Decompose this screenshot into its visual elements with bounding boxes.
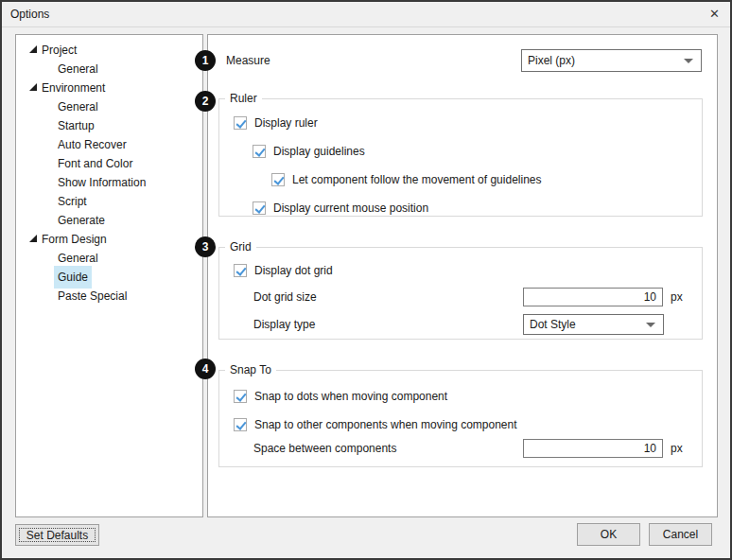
checkbox-label: Snap to dots when moving component [254,390,447,403]
tree-item-label: Startup [58,116,95,135]
tree-item-label: Show Information [58,173,146,192]
close-icon[interactable]: ✕ [709,7,720,21]
measure-label: Measure [226,54,270,67]
tree-item-label: Auto Recover [58,135,127,154]
tree-expander-icon[interactable] [29,83,37,91]
display-mouse-position-row[interactable]: Display current mouse position [253,199,428,218]
tree-item-label: General [58,60,98,79]
display-dot-grid-row[interactable]: Display dot grid [234,261,333,280]
space-between-components-label: Space between components [253,439,396,458]
tree-item-label: Font and Color [58,154,132,173]
checkbox-label: Display ruler [254,116,318,130]
chevron-down-icon [684,59,693,63]
tree-item-project-general[interactable]: General [17,60,201,79]
tree-item-label: Form Design [42,230,107,249]
tree-item-label: Environment [42,79,105,97]
chevron-down-icon [646,323,655,327]
tree-item-generate[interactable]: Generate [17,211,201,230]
checkbox-display-ruler[interactable] [234,116,247,130]
tree-item-label: Script [58,192,87,211]
checkbox-snap-to-components[interactable] [234,418,247,431]
checkbox-component-follow-guidelines[interactable] [271,173,285,186]
tree-expander-icon[interactable] [29,235,37,242]
settings-content: Measure Pixel (px) Ruler Display ruler D… [207,34,718,517]
snap-to-group-legend: Snap To [225,363,276,377]
tree-item-label: Project [42,41,77,60]
ruler-group-legend: Ruler [225,92,262,106]
dot-grid-size-unit: px [671,288,683,306]
step-badge-4: 4 [195,359,216,379]
tree-item-guide[interactable]: Guide [17,268,201,287]
tree-item-label: Paste Special [58,287,127,306]
tree-item-auto-recover[interactable]: Auto Recover [17,135,201,154]
ok-button[interactable]: OK [577,523,640,546]
tree-item-paste-special[interactable]: Paste Special [17,287,201,306]
measure-selected-value: Pixel (px) [528,54,575,67]
set-defaults-button[interactable]: Set Defaults [15,524,99,546]
tree-item-label: General [58,97,98,116]
ruler-group: Ruler Display ruler Display guidelines L… [218,98,703,217]
checkbox-label: Display dot grid [254,264,333,277]
step-badge-1: 1 [195,50,216,71]
display-type-selected-value: Dot Style [530,318,576,331]
tree-expander-icon[interactable] [29,45,37,53]
space-between-components-input[interactable] [523,439,663,458]
display-type-select[interactable]: Dot Style [523,314,664,335]
checkbox-label: Snap to other components when moving com… [254,418,517,431]
display-ruler-row[interactable]: Display ruler [234,114,318,132]
component-follow-guidelines-row[interactable]: Let component follow the movement of gui… [271,170,542,189]
display-guidelines-row[interactable]: Display guidelines [253,142,365,161]
space-between-components-unit: px [671,439,683,458]
tree-item-label: General [58,249,98,268]
cancel-button[interactable]: Cancel [649,523,712,546]
tree-item-form-design-general[interactable]: General [17,249,201,268]
measure-row: Measure [226,49,270,72]
checkbox-display-dot-grid[interactable] [234,264,247,277]
tree-item-label: Generate [58,211,105,230]
tree-item-label-selected: Guide [54,266,92,289]
tree-item-script[interactable]: Script [17,192,201,211]
measure-select[interactable]: Pixel (px) [521,49,702,72]
grid-group: Grid Display dot grid Dot grid size px D… [218,247,703,340]
checkbox-display-guidelines[interactable] [253,145,266,158]
step-badge-3: 3 [195,236,216,257]
tree-item-startup[interactable]: Startup [17,116,201,135]
checkbox-label: Let component follow the movement of gui… [292,173,542,186]
checkbox-snap-to-dots[interactable] [234,390,247,403]
title-bar[interactable]: Options ✕ [2,2,730,27]
settings-tree: Project General Environment General Star… [15,34,203,517]
snap-to-group: Snap To Snap to dots when moving compone… [218,370,703,467]
grid-group-legend: Grid [225,240,256,254]
dot-grid-size-input[interactable] [523,288,663,306]
options-dialog: Options ✕ Project General Environment Ge… [0,0,732,560]
tree-item-environment-general[interactable]: General [17,97,201,116]
checkbox-display-mouse-position[interactable] [253,201,266,215]
tree-item-font-and-color[interactable]: Font and Color [17,154,201,173]
dot-grid-size-label: Dot grid size [253,288,317,306]
checkbox-label: Display current mouse position [273,201,428,215]
display-type-label: Display type [253,315,315,334]
tree-item-show-information[interactable]: Show Information [17,173,201,192]
snap-to-dots-row[interactable]: Snap to dots when moving component [234,387,447,406]
window-title: Options [10,8,49,21]
checkbox-label: Display guidelines [273,145,365,158]
step-badge-2: 2 [195,91,216,112]
tree-item-environment[interactable]: Environment [17,79,201,97]
snap-to-components-row[interactable]: Snap to other components when moving com… [234,415,517,434]
tree-item-form-design[interactable]: Form Design [17,230,201,249]
tree-item-project[interactable]: Project [17,41,201,60]
